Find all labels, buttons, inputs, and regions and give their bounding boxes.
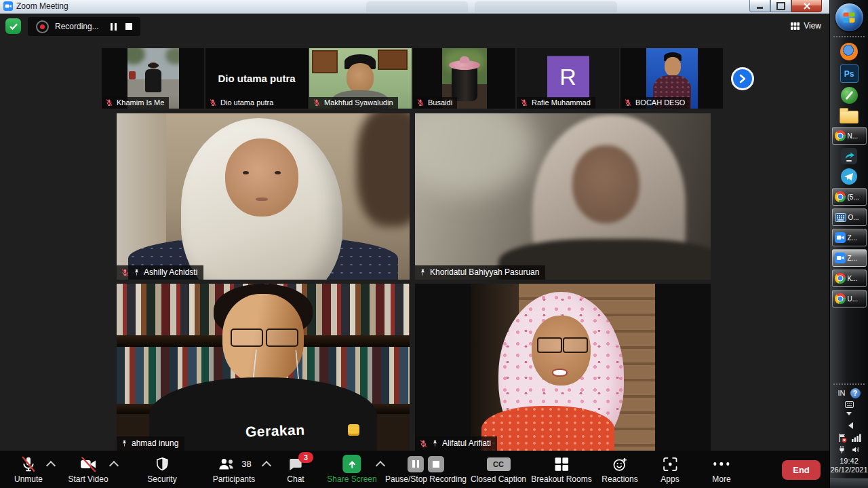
taskbar-window-zoom-1[interactable]: Z... xyxy=(832,229,867,246)
chat-button[interactable]: 3 Chat xyxy=(287,451,304,484)
maximize-button[interactable] xyxy=(770,0,791,12)
firefox-icon[interactable] xyxy=(840,43,858,60)
apps-label: Apps xyxy=(660,474,679,484)
end-meeting-button[interactable]: End xyxy=(782,460,821,480)
taskbar-window-chrome-3[interactable]: K... xyxy=(832,269,867,287)
language-bar-icon[interactable] xyxy=(845,401,854,408)
pause-recording-icon[interactable] xyxy=(408,456,424,472)
volume-icon[interactable] xyxy=(851,445,861,454)
taskbar-window-zoom-2-active[interactable]: Z... xyxy=(832,249,867,267)
participant-name: Ashilly Achidsti xyxy=(144,267,197,277)
shareit-icon[interactable] xyxy=(841,148,857,164)
taskbar-window-chrome-1[interactable]: N... xyxy=(832,127,867,145)
breakout-rooms-button[interactable]: Breakout Rooms xyxy=(531,451,591,484)
help-icon[interactable]: ? xyxy=(850,388,861,398)
power-plug-icon[interactable] xyxy=(837,445,846,454)
reactions-button[interactable]: Reactions xyxy=(601,451,637,484)
muted-mic-icon xyxy=(624,98,632,107)
background-tab-ghost xyxy=(475,1,617,12)
audio-options-chevron[interactable] xyxy=(46,461,56,470)
participant-name: Busaidi xyxy=(428,98,452,107)
participants-button[interactable]: 38 Participants xyxy=(213,451,256,484)
thumbnail-khamim[interactable]: Khamim Is Me xyxy=(102,48,204,109)
start-video-button[interactable]: Start Video xyxy=(68,451,108,484)
show-hidden-icons-button[interactable] xyxy=(845,422,853,429)
video-tile-khoridatul[interactable]: Khoridatul Bahiyyah Pasuruan xyxy=(415,113,711,280)
video-tile-ashilly[interactable]: Ashilly Achidsti xyxy=(117,113,410,280)
video-art xyxy=(415,284,711,451)
security-button[interactable]: Security xyxy=(147,451,176,484)
language-options-chevron[interactable] xyxy=(846,412,852,418)
share-options-chevron[interactable] xyxy=(376,461,385,470)
show-desktop-button[interactable] xyxy=(830,478,868,488)
language-indicator[interactable]: IN xyxy=(838,389,846,397)
zoom-logo-icon xyxy=(3,1,13,11)
video-tile-ahmad-inung-active-speaker[interactable]: Gerakan ahmad inung xyxy=(117,284,410,451)
start-video-label: Start Video xyxy=(68,474,108,484)
thumbnail-busaidi[interactable]: Busaidi xyxy=(413,48,515,109)
thumbnail-bocah-deso[interactable]: BOCAH DESO xyxy=(620,48,723,109)
meeting-canvas: Recording... View Khamim Is Me xyxy=(0,14,829,451)
view-button[interactable]: View xyxy=(791,21,821,31)
background-tab-ghost xyxy=(366,1,468,12)
greenshot-icon[interactable] xyxy=(841,87,858,104)
stop-recording-icon[interactable] xyxy=(125,23,132,30)
taskbar-window-label: Z... xyxy=(848,255,857,262)
pause-stop-label: Pause/Stop Recording xyxy=(385,474,467,484)
video-art xyxy=(357,113,410,227)
unmute-button[interactable]: Unmute xyxy=(14,451,43,484)
close-icon xyxy=(804,3,810,10)
file-explorer-icon[interactable] xyxy=(840,108,859,124)
participant-name-label: Khoridatul Bahiyyah Pasuruan xyxy=(415,265,545,280)
taskbar-window-onscreen-keyboard[interactable]: O... xyxy=(832,208,867,226)
apps-button[interactable]: Apps xyxy=(660,451,679,484)
participant-name-label: Makhfud Syawaludin xyxy=(309,97,398,109)
view-label: View xyxy=(804,21,821,31)
thumbnail-makhfud[interactable]: Makhfud Syawaludin xyxy=(309,48,412,109)
window-title: Zoom Meeting xyxy=(16,1,68,11)
share-screen-button[interactable]: Share Screen xyxy=(327,451,376,484)
participant-name: ahmad inung xyxy=(132,438,178,448)
stop-recording-icon[interactable] xyxy=(428,456,444,472)
pause-stop-recording-button[interactable]: Pause/Stop Recording xyxy=(385,451,467,484)
video-art xyxy=(481,406,614,451)
thumbnail-dio[interactable]: Dio utama putra Dio utama putra xyxy=(205,48,308,109)
muted-mic-icon xyxy=(416,98,425,107)
telegram-icon[interactable] xyxy=(841,168,857,185)
more-button[interactable]: More xyxy=(712,451,730,484)
video-art xyxy=(225,138,298,217)
photoshop-icon[interactable]: Ps xyxy=(840,64,859,83)
closed-caption-button[interactable]: CC Closed Caption xyxy=(471,451,526,484)
clock-date: 26/12/2021 xyxy=(830,466,867,475)
close-button[interactable] xyxy=(791,0,822,12)
participants-options-chevron[interactable] xyxy=(262,461,271,470)
avatar: R xyxy=(547,56,589,98)
closed-caption-label: Closed Caption xyxy=(471,474,526,484)
pause-recording-icon[interactable] xyxy=(111,23,117,31)
more-icon xyxy=(713,455,730,473)
taskbar-window-chrome-4[interactable]: U... xyxy=(832,290,867,307)
video-tile-alifatul[interactable]: Alifatul Arifiati xyxy=(415,284,711,451)
keyboard-icon xyxy=(835,213,846,222)
participant-thumbnail-strip: Khamim Is Me Dio utama putra Dio utama p… xyxy=(102,48,723,109)
network-signal-icon[interactable] xyxy=(852,434,861,442)
action-center-flag-icon[interactable] xyxy=(837,433,847,443)
window-titlebar: Zoom Meeting xyxy=(0,0,829,14)
minimize-button[interactable] xyxy=(749,0,770,12)
video-art xyxy=(415,113,711,280)
meeting-info-shield-icon[interactable] xyxy=(5,18,21,34)
participants-icon xyxy=(216,455,237,473)
participant-name-label: Dio utama putra xyxy=(205,97,278,109)
thumbnail-rafie[interactable]: R Rafie Muhammad xyxy=(517,48,619,109)
taskbar-clock[interactable]: 19:42 26/12/2021 xyxy=(830,457,867,476)
security-label: Security xyxy=(147,474,176,484)
pin-icon xyxy=(133,268,140,277)
next-participants-button[interactable] xyxy=(731,67,754,90)
start-button[interactable] xyxy=(835,3,863,31)
taskbar-separator xyxy=(833,383,865,385)
video-options-chevron[interactable] xyxy=(109,461,119,470)
participant-name-label: ahmad inung xyxy=(117,436,184,451)
zoom-app-icon xyxy=(835,252,846,263)
taskbar-window-chrome-2[interactable]: (5... xyxy=(832,188,867,206)
video-art xyxy=(471,284,655,451)
